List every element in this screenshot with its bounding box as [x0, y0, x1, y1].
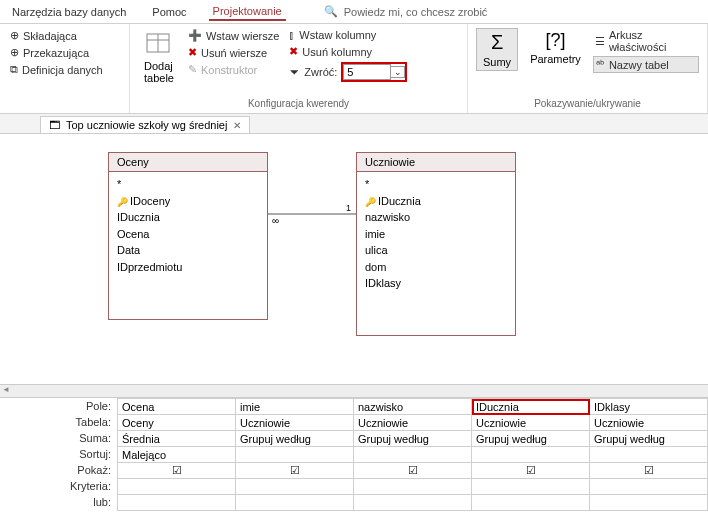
grid-cell-lub-1[interactable] [236, 495, 354, 511]
grid-cell-kryteria-1[interactable] [236, 479, 354, 495]
field-nazwisko[interactable]: nazwisko [365, 209, 507, 226]
property-sheet-button[interactable]: ☰Arkusz właściwości [593, 28, 699, 54]
tell-me[interactable]: 🔍 Powiedz mi, co chcesz zrobić [324, 5, 488, 18]
grid-cell-tabela-0[interactable]: Oceny [118, 415, 236, 431]
grid-cell-pole-0[interactable]: Ocena [118, 399, 236, 415]
grid-cell-suma-1[interactable]: Grupuj według [236, 431, 354, 447]
field-iducznia-2[interactable]: IDucznia [365, 193, 507, 210]
sheet-icon: ☰ [595, 35, 605, 48]
grid-cell-pokaz-1[interactable]: ☑ [236, 463, 354, 479]
grid-cell-sortuj-3[interactable] [472, 447, 590, 463]
grid-cell-tabela-2[interactable]: Uczniowie [354, 415, 472, 431]
grid-cell-suma-0[interactable]: Średnia [118, 431, 236, 447]
builder-button: ✎Konstruktor [186, 62, 281, 77]
grid-cell-pole-1[interactable]: imie [236, 399, 354, 415]
field-iducznia-1[interactable]: IDucznia [117, 209, 259, 226]
grid-cell-tabela-4[interactable]: Uczniowie [590, 415, 708, 431]
grid-cell-tabela-1[interactable]: Uczniowie [236, 415, 354, 431]
field-data[interactable]: Data [117, 242, 259, 259]
grid-cell-pole-4[interactable]: IDklasy [590, 399, 708, 415]
table-oceny-star[interactable]: * [117, 176, 259, 193]
field-imie[interactable]: imie [365, 226, 507, 243]
table-names-button[interactable]: ᵃᵇNazwy tabel [593, 56, 699, 73]
group-label-3: Pokazywanie/ukrywanie [476, 96, 699, 109]
grid-cell-pokaz-3[interactable]: ☑ [472, 463, 590, 479]
grid-cell-sortuj-2[interactable] [354, 447, 472, 463]
grid-cell-lub-3[interactable] [472, 495, 590, 511]
table-names-label: Nazwy tabel [609, 59, 669, 71]
row-label-suma: Suma: [0, 430, 111, 446]
horizontal-scrollbar[interactable] [0, 384, 708, 398]
tab-help[interactable]: Pomoc [148, 4, 190, 20]
grid-cell-lub-2[interactable] [354, 495, 472, 511]
insert-cols-button[interactable]: ⫿Wstaw kolumny [287, 28, 409, 42]
pass-through-button[interactable]: ⊕Przekazująca [8, 45, 105, 60]
delete-cols-icon: ✖ [289, 45, 298, 58]
delete-rows-icon: ✖ [188, 46, 197, 59]
field-idprzedmiotu[interactable]: IDprzedmiotu [117, 259, 259, 276]
table-uczniowie-title: Uczniowie [357, 153, 515, 172]
delete-rows-button[interactable]: ✖Usuń wiersze [186, 45, 281, 60]
params-icon: [?] [545, 30, 565, 51]
builder-label: Konstruktor [201, 64, 257, 76]
make-table-query-button[interactable]: ⊕Składająca [8, 28, 105, 43]
grid-cell-lub-0[interactable] [118, 495, 236, 511]
doc-icon: ⧉ [10, 63, 18, 76]
query-icon: 🗔 [49, 119, 60, 131]
table-uczniowie[interactable]: Uczniowie * IDucznia nazwisko imie ulica… [356, 152, 516, 336]
grid-cell-pole-3[interactable]: IDucznia [472, 399, 590, 415]
add-tables-button[interactable]: Dodaj tabele [138, 28, 180, 86]
grid-cell-tabela-3[interactable]: Uczniowie [472, 415, 590, 431]
delete-rows-label: Usuń wiersze [201, 47, 267, 59]
parameters-button[interactable]: [?] Parametry [524, 28, 587, 67]
qbe-grid[interactable]: OcenaimienazwiskoIDuczniaIDklasyOcenyUcz… [117, 398, 708, 511]
group-label-2: Konfiguracja kwerendy [138, 96, 459, 109]
group-label-1 [8, 107, 121, 109]
delete-cols-button[interactable]: ✖Usuń kolumny [287, 44, 409, 59]
grid-cell-pokaz-4[interactable]: ☑ [590, 463, 708, 479]
table-uczniowie-star[interactable]: * [365, 176, 507, 193]
grid-cell-sortuj-4[interactable] [590, 447, 708, 463]
tell-me-label: Powiedz mi, co chcesz zrobić [344, 6, 488, 18]
svg-text:∞: ∞ [272, 215, 279, 224]
grid-cell-kryteria-0[interactable] [118, 479, 236, 495]
sigma-icon: Σ [491, 31, 503, 54]
close-icon[interactable]: ✕ [233, 120, 241, 131]
row-label-kryteria: Kryteria: [0, 478, 111, 494]
grid-cell-sortuj-0[interactable]: Malejąco [118, 447, 236, 463]
grid-cell-pokaz-0[interactable]: ☑ [118, 463, 236, 479]
field-idoceny[interactable]: IDoceny [117, 193, 259, 210]
grid-cell-suma-2[interactable]: Grupuj według [354, 431, 472, 447]
tab-db-tools[interactable]: Narzędzia bazy danych [8, 4, 130, 20]
field-ulica[interactable]: ulica [365, 242, 507, 259]
grid-cell-sortuj-1[interactable] [236, 447, 354, 463]
query-design-surface[interactable]: Oceny * IDoceny IDucznia Ocena Data IDpr… [0, 134, 708, 384]
grid-cell-kryteria-4[interactable] [590, 479, 708, 495]
grid-cell-lub-4[interactable] [590, 495, 708, 511]
table-oceny[interactable]: Oceny * IDoceny IDucznia Ocena Data IDpr… [108, 152, 268, 320]
data-definition-button[interactable]: ⧉Definicja danych [8, 62, 105, 77]
tab-design[interactable]: Projektowanie [209, 3, 286, 21]
row-label-lub: lub: [0, 494, 111, 510]
totals-button[interactable]: Σ Sumy [476, 28, 518, 71]
grid-cell-kryteria-3[interactable] [472, 479, 590, 495]
insert-cols-icon: ⫿ [289, 29, 295, 41]
return-input[interactable] [343, 64, 391, 80]
return-dropdown[interactable]: ⌄ [391, 66, 405, 78]
table-icon [145, 30, 173, 58]
query-tab-label: Top uczniowie szkoły wg średniej [66, 119, 227, 131]
grid-cell-kryteria-2[interactable] [354, 479, 472, 495]
query-tab[interactable]: 🗔 Top uczniowie szkoły wg średniej ✕ [40, 116, 250, 133]
grid-cell-pokaz-2[interactable]: ☑ [354, 463, 472, 479]
return-control: ⏷ Zwróć: ⌄ [287, 61, 409, 83]
row-label-pokaz: Pokaż: [0, 462, 111, 478]
search-icon: 🔍 [324, 5, 338, 18]
insert-rows-button[interactable]: ➕Wstaw wiersze [186, 28, 281, 43]
field-idklasy[interactable]: IDklasy [365, 275, 507, 292]
field-ocena[interactable]: Ocena [117, 226, 259, 243]
field-dom[interactable]: dom [365, 259, 507, 276]
grid-cell-suma-3[interactable]: Grupuj według [472, 431, 590, 447]
totals-label: Sumy [483, 56, 511, 68]
grid-cell-suma-4[interactable]: Grupuj według [590, 431, 708, 447]
grid-cell-pole-2[interactable]: nazwisko [354, 399, 472, 415]
